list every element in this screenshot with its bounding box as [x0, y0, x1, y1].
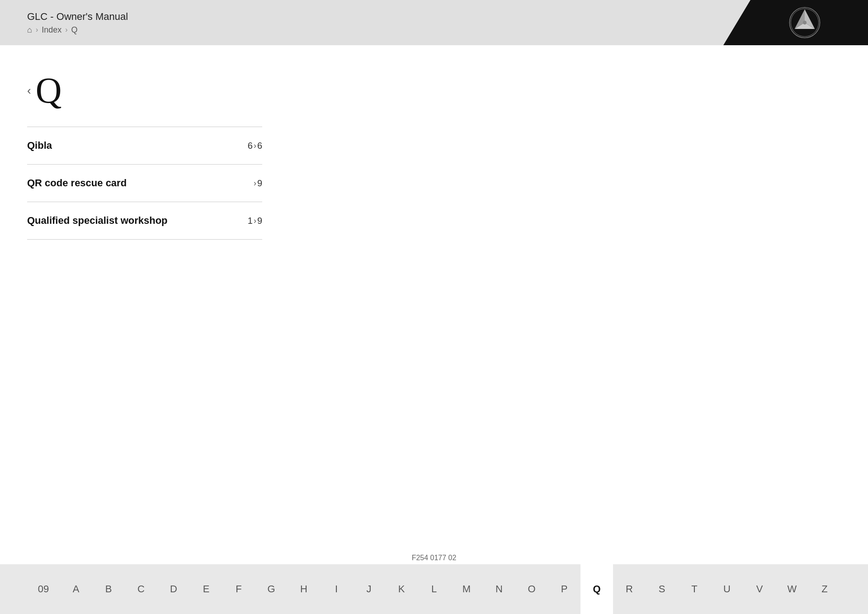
index-item[interactable]: Qibla6›6	[27, 127, 262, 165]
alpha-item-d[interactable]: D	[157, 564, 190, 614]
home-icon[interactable]: ⌂	[27, 25, 32, 35]
alpha-item-r[interactable]: R	[613, 564, 646, 614]
section-letter-nav: ‹ Q	[27, 72, 868, 109]
index-item-label: QR code rescue card	[27, 177, 127, 189]
alpha-item-i[interactable]: I	[320, 564, 353, 614]
index-item-page: 1›9	[248, 216, 262, 226]
page-arrow-icon: ›	[254, 179, 256, 188]
alpha-item-t[interactable]: T	[678, 564, 711, 614]
page-arrow-icon: ›	[254, 216, 256, 226]
alpha-item-b[interactable]: B	[92, 564, 125, 614]
header: GLC - Owner's Manual ⌂ › Index › Q	[0, 0, 868, 45]
alpha-item-h[interactable]: H	[288, 564, 320, 614]
breadcrumb-index[interactable]: Index	[42, 25, 61, 35]
alpha-item-09[interactable]: 09	[27, 564, 60, 614]
alpha-item-g[interactable]: G	[255, 564, 288, 614]
breadcrumb-sep-2: ›	[65, 26, 67, 34]
alpha-item-q[interactable]: Q	[580, 564, 613, 614]
alpha-item-s[interactable]: S	[646, 564, 678, 614]
logo-area	[723, 0, 868, 45]
page-num-suffix: 6	[257, 141, 262, 151]
alpha-item-k[interactable]: K	[385, 564, 418, 614]
index-item-label: Qibla	[27, 140, 52, 151]
main-content: ‹ Q Qibla6›6QR code rescue card›9Qualifi…	[0, 45, 868, 564]
index-item[interactable]: Qualified specialist workshop1›9	[27, 202, 262, 240]
index-item-label: Qualified specialist workshop	[27, 215, 168, 227]
alpha-item-p[interactable]: P	[548, 564, 580, 614]
alpha-item-m[interactable]: M	[450, 564, 483, 614]
alpha-item-o[interactable]: O	[515, 564, 548, 614]
page-num-prefix: 6	[248, 141, 253, 151]
index-item-page: 6›6	[248, 141, 262, 151]
doc-number: F254 0177 02	[412, 554, 457, 562]
alpha-item-f[interactable]: F	[222, 564, 255, 614]
section-letter: Q	[36, 72, 62, 109]
alpha-item-n[interactable]: N	[483, 564, 515, 614]
page-num-suffix: 9	[257, 178, 262, 189]
index-list: Qibla6›6QR code rescue card›9Qualified s…	[27, 127, 262, 240]
page-num-suffix: 9	[257, 216, 262, 226]
alpha-item-e[interactable]: E	[190, 564, 222, 614]
breadcrumb-current[interactable]: Q	[71, 25, 78, 35]
svg-point-2	[803, 21, 807, 24]
alpha-item-j[interactable]: J	[353, 564, 385, 614]
header-title: GLC - Owner's Manual	[27, 11, 128, 23]
index-item[interactable]: QR code rescue card›9	[27, 165, 262, 202]
alpha-item-z[interactable]: Z	[808, 564, 841, 614]
alpha-item-c[interactable]: C	[125, 564, 157, 614]
mercedes-logo	[789, 7, 821, 38]
alphabet-bar: 09ABCDEFGHIJKLMNOPQRSTUVWZ	[0, 564, 868, 614]
breadcrumb: ⌂ › Index › Q	[27, 25, 128, 35]
page-arrow-icon: ›	[254, 141, 256, 151]
alpha-item-l[interactable]: L	[418, 564, 450, 614]
alpha-item-a[interactable]: A	[60, 564, 92, 614]
index-item-page: ›9	[253, 178, 262, 189]
alpha-item-w[interactable]: W	[776, 564, 808, 614]
header-left: GLC - Owner's Manual ⌂ › Index › Q	[0, 11, 128, 35]
alpha-item-u[interactable]: U	[711, 564, 743, 614]
breadcrumb-sep-1: ›	[36, 26, 38, 34]
alpha-item-v[interactable]: V	[743, 564, 776, 614]
page-num-prefix: 1	[248, 216, 253, 226]
prev-section-button[interactable]: ‹	[27, 84, 31, 98]
